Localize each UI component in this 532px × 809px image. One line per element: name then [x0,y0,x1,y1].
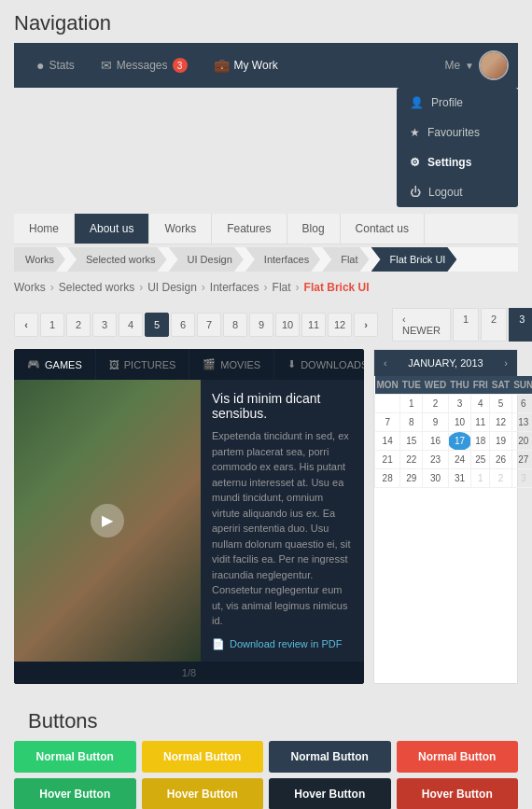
dropdown-logout[interactable]: ⏻ Logout [397,177,518,207]
media-download-link[interactable]: 📄 Download review in PDF [212,638,353,650]
cal-day[interactable]: 8 [400,413,423,432]
nav-stats[interactable]: ● Stats [23,58,88,73]
cal-day-other[interactable]: 2 [490,469,511,488]
cal-day[interactable]: 19 [490,432,511,451]
nav-home[interactable]: Home [14,214,75,244]
cal-day[interactable]: 22 [400,451,423,469]
dropdown-favourites[interactable]: ★ Favourites [397,118,518,147]
page-4[interactable]: 4 [119,313,143,337]
page-10[interactable]: 10 [275,313,300,337]
nav-messages[interactable]: ✉ Messages 3 [88,58,201,73]
cal-day[interactable]: 23 [423,451,448,469]
cal-day[interactable]: 10 [448,413,471,432]
tab-pictures[interactable]: 🖼 PICTURES [96,349,190,380]
bc-text-interfaces[interactable]: Interfaces [210,281,259,294]
page-5[interactable]: 5 [145,313,169,337]
bc-text-selected[interactable]: Selected works [59,281,134,294]
cal-day[interactable]: 18 [471,432,490,451]
page-prev[interactable]: ‹ [14,313,38,337]
cal-day[interactable]: 13 [511,413,532,432]
tab-games[interactable]: 🎮 GAMES [14,349,96,380]
cal-day[interactable]: 14 [375,432,400,451]
tab-downloads[interactable]: ⬇ DOWNLOADS [274,349,364,380]
calendar-next[interactable]: › [504,357,508,369]
cal-day[interactable]: 6 [511,395,532,413]
cal-day[interactable]: 27 [511,451,532,469]
media-content: Vis id minim dicant sensibus. Expetenda … [201,380,364,662]
user-icon: 👤 [410,96,424,109]
pg2-2[interactable]: 2 [481,308,507,342]
play-button[interactable]: ▶ [91,504,124,537]
cal-day[interactable]: 9 [423,413,448,432]
bc-text-works[interactable]: Works [14,281,46,294]
tab-movies[interactable]: 🎬 MOVIES [189,349,274,380]
pg2-3[interactable]: 3 [509,308,532,342]
btn-green-hover[interactable]: Hover Button [14,778,136,810]
bc-flatbrick[interactable]: Flat Brick UI [371,247,457,272]
dropdown-settings[interactable]: ⚙ Settings [397,147,518,177]
btn-yellow-hover[interactable]: Hover Button [142,778,264,810]
calendar-section: ‹ JANUARY, 2013 › MON TUE WED THU FRI SA… [373,349,518,684]
cal-day[interactable]: 15 [400,432,423,451]
cal-day[interactable]: 25 [471,451,490,469]
calendar-prev[interactable]: ‹ [384,357,387,369]
cal-day[interactable]: 3 [448,395,471,413]
cal-day[interactable]: 4 [471,395,490,413]
cal-day[interactable]: 5 [490,395,511,413]
btn-dark-hover[interactable]: Hover Button [269,778,391,810]
nav-features[interactable]: Features [212,214,287,244]
nav-contact[interactable]: Contact us [341,214,425,244]
cal-day[interactable]: 30 [423,469,448,488]
cal-day[interactable]: 7 [375,413,400,432]
bc-interfaces[interactable]: Interfaces [245,247,320,272]
page-6[interactable]: 6 [171,313,195,337]
bc-flat[interactable]: Flat [322,247,369,272]
bc-text-uidesign[interactable]: UI Design [147,281,197,294]
nav-me[interactable]: Me ▼ [444,50,509,80]
cal-day-other[interactable]: 3 [511,469,532,488]
cal-day[interactable]: 16 [423,432,448,451]
btn-red-hover[interactable]: Hover Button [397,778,519,810]
cal-day[interactable]: 26 [490,451,511,469]
page-next[interactable]: › [354,313,378,337]
page-1[interactable]: 1 [40,313,64,337]
btn-green-normal[interactable]: Normal Button [14,741,136,773]
dropdown-logout-label: Logout [428,186,463,199]
dropdown-profile[interactable]: 👤 Profile [397,88,518,118]
page-11[interactable]: 11 [301,313,326,337]
btn-dark-normal[interactable]: Normal Button [269,741,391,773]
btn-yellow-normal[interactable]: Normal Button [142,741,264,773]
nav-blog[interactable]: Blog [287,214,341,244]
page-3[interactable]: 3 [92,313,117,337]
nav-about[interactable]: About us [75,214,149,244]
page-8[interactable]: 8 [223,313,247,337]
cal-day[interactable]: 31 [448,469,471,488]
bc-selected[interactable]: Selected works [67,247,167,272]
bc-uidesign[interactable]: UI Design [169,247,244,272]
page-12[interactable]: 12 [328,313,352,337]
nav-works[interactable]: Works [149,214,212,244]
pg2-prev[interactable]: ‹ NEWER [392,308,451,342]
cal-day[interactable]: 24 [448,451,471,469]
cal-day[interactable]: 2 [423,395,448,413]
cal-day[interactable]: 12 [490,413,511,432]
bc-text-flat[interactable]: Flat [273,281,291,294]
calendar-month: JANUARY, 2013 [408,357,483,369]
download-icon: ⬇ [287,358,296,370]
cal-day-today[interactable]: 17 [448,432,471,451]
cal-day[interactable]: 21 [375,451,400,469]
bc-works[interactable]: Works [14,247,65,272]
cal-day-other[interactable]: 1 [471,469,490,488]
page-2[interactable]: 2 [66,313,91,337]
cal-day[interactable]: 28 [375,469,400,488]
page-7[interactable]: 7 [197,313,221,337]
cal-day[interactable] [375,395,400,413]
cal-day[interactable]: 1 [400,395,423,413]
page-9[interactable]: 9 [249,313,273,337]
cal-day[interactable]: 29 [400,469,423,488]
cal-day[interactable]: 11 [471,413,490,432]
nav-mywork[interactable]: 💼 My Work [201,58,291,73]
cal-day[interactable]: 20 [511,432,532,451]
pg2-1[interactable]: 1 [453,308,479,342]
btn-red-normal[interactable]: Normal Button [397,741,519,773]
